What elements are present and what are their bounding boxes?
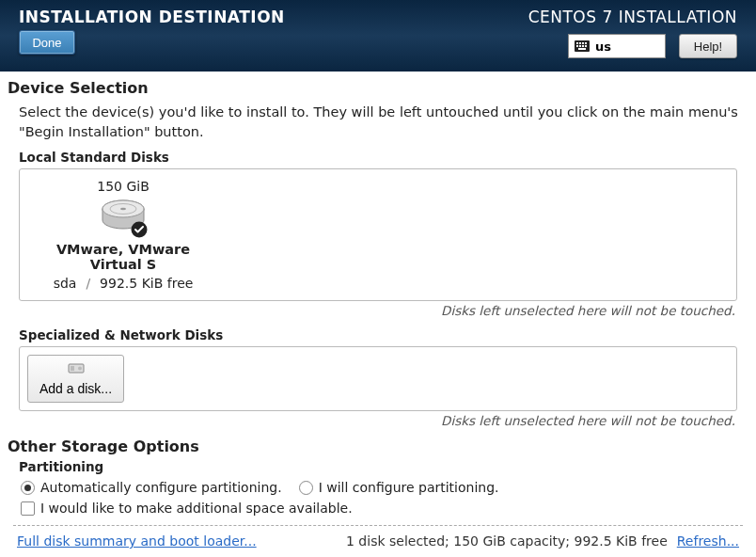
radio-icon [299, 481, 313, 495]
svg-rect-1 [576, 42, 578, 44]
disk-summary-link[interactable]: Full disk summary and boot loader... [17, 533, 257, 549]
radio-icon [21, 481, 35, 495]
storage-options-title: Other Storage Options [8, 438, 748, 455]
disk-free: 992.5 KiB free [100, 276, 193, 291]
specialized-disks-label: Specialized & Network Disks [8, 327, 748, 342]
svg-rect-6 [579, 45, 581, 47]
reclaim-space-checkbox[interactable]: I would like to make additional space av… [21, 501, 748, 516]
specialized-disks-panel: Add a disk... [19, 346, 737, 411]
specialized-disks-hint: Disks left unselected here will not be t… [8, 413, 748, 428]
keyboard-layout-indicator[interactable]: us [568, 34, 666, 58]
installer-title: CENTOS 7 INSTALLATION [528, 8, 737, 26]
device-selection-title: Device Selection [8, 79, 748, 97]
disk-name: VMware, VMware Virtual S [29, 242, 217, 272]
add-disk-button[interactable]: Add a disk... [27, 355, 124, 403]
svg-point-17 [78, 367, 82, 371]
svg-rect-3 [582, 42, 584, 44]
local-disks-hint: Disks left unselected here will not be t… [8, 303, 748, 318]
hard-drive-icon [101, 198, 146, 236]
disk-item[interactable]: 150 GiB VMware, VMware Virtual S sda/992… [29, 179, 217, 291]
disk-device: sda [54, 276, 77, 291]
svg-rect-5 [576, 45, 578, 47]
svg-rect-2 [579, 42, 581, 44]
auto-partition-label: Automatically configure partitioning. [40, 480, 282, 495]
page-title: INSTALLATION DESTINATION [19, 8, 285, 26]
selection-status: 1 disk selected; 150 GiB capacity; 992.5… [346, 533, 668, 549]
checkbox-icon [21, 501, 35, 516]
footer: Full disk summary and boot loader... 1 d… [8, 533, 748, 556]
device-selection-description: Select the device(s) you'd like to insta… [8, 103, 748, 142]
svg-rect-9 [578, 48, 586, 50]
svg-rect-4 [585, 42, 587, 44]
add-disk-icon [68, 361, 85, 377]
reclaim-space-label: I would like to make additional space av… [40, 501, 353, 516]
disk-size: 150 GiB [29, 179, 217, 194]
installer-header: INSTALLATION DESTINATION Done CENTOS 7 I… [0, 0, 756, 72]
svg-rect-8 [585, 45, 587, 47]
disk-meta: sda/992.5 KiB free [29, 276, 217, 291]
manual-partition-label: I will configure partitioning. [319, 480, 499, 495]
svg-point-13 [120, 208, 126, 210]
svg-rect-7 [582, 45, 584, 47]
done-button[interactable]: Done [19, 30, 75, 55]
add-disk-label: Add a disk... [39, 381, 112, 396]
selected-check-icon [131, 221, 148, 238]
partitioning-label: Partitioning [8, 459, 748, 474]
help-button[interactable]: Help! [679, 34, 737, 58]
refresh-link[interactable]: Refresh... [677, 533, 739, 549]
local-disks-label: Local Standard Disks [8, 150, 748, 165]
svg-rect-16 [71, 366, 74, 371]
auto-partition-radio[interactable]: Automatically configure partitioning. [21, 480, 282, 495]
keyboard-layout-label: us [595, 40, 611, 54]
manual-partition-radio[interactable]: I will configure partitioning. [299, 480, 499, 495]
keyboard-icon [575, 40, 590, 52]
separator [13, 525, 743, 526]
local-disks-panel: 150 GiB VMware, VMware Virtual S sda/992… [19, 168, 737, 301]
